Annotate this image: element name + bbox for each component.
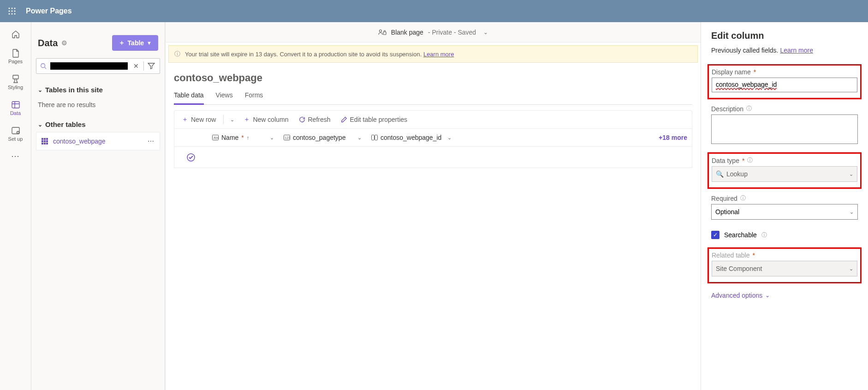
gear-icon[interactable]: ⚙ xyxy=(61,39,67,47)
svg-rect-16 xyxy=(46,138,48,140)
svg-text:Abc: Abc xyxy=(214,136,219,139)
chevron-down-icon: ⌄ xyxy=(270,135,274,141)
info-icon: ⓘ xyxy=(740,194,746,202)
svg-rect-24 xyxy=(383,32,386,35)
refresh-button[interactable]: Refresh xyxy=(295,114,334,125)
plus-icon: ＋ xyxy=(182,115,188,124)
svg-rect-21 xyxy=(44,143,46,144)
highlight-display-name: Display name * contoso_webpage_id xyxy=(707,64,862,99)
section-title: Other tables xyxy=(45,120,86,128)
panel-subtitle: Previously called fields. xyxy=(711,47,780,54)
description-input[interactable] xyxy=(711,114,858,144)
chevron-down-icon: ⌄ xyxy=(849,171,853,177)
svg-point-2 xyxy=(14,8,16,9)
searchable-checkbox[interactable]: ✓ xyxy=(711,231,719,239)
lookup-type-icon xyxy=(371,135,378,140)
tab-table-data[interactable]: Table data xyxy=(174,87,204,104)
table-tabs: Table data Views Forms xyxy=(174,87,692,105)
svg-text:123: 123 xyxy=(285,136,291,139)
rail-item-setup[interactable]: Set up xyxy=(0,121,31,147)
section-other-tables[interactable]: ⌄ Other tables xyxy=(36,117,160,132)
new-row-button[interactable]: ＋New row xyxy=(178,114,220,126)
panel-title: Edit column xyxy=(711,30,858,41)
advanced-options-toggle[interactable]: Advanced options ⌄ xyxy=(711,292,858,299)
plus-icon: ＋ xyxy=(244,115,250,124)
banner-text: Your trial site will expire in 13 days. … xyxy=(185,51,423,58)
page-bar[interactable]: Blank page - Private - Saved ⌄ xyxy=(166,22,701,42)
table-name: contoso_webpage xyxy=(53,138,106,145)
banner-learn-more-link[interactable]: Learn more xyxy=(423,51,454,58)
clear-search-icon[interactable]: ✕ xyxy=(131,62,142,70)
info-icon: ⓘ xyxy=(746,105,752,113)
home-icon[interactable] xyxy=(0,25,31,43)
app-launcher-icon[interactable] xyxy=(4,3,20,19)
section-site-tables[interactable]: ⌄ Tables in this site xyxy=(36,82,160,97)
page-status: - Private - Saved xyxy=(428,29,476,36)
command-bar: ＋New row ⌄ ＋New column Refresh Edit tabl… xyxy=(174,110,692,128)
required-label: Required ⓘ xyxy=(711,194,858,202)
rail-more-icon[interactable]: ⋯ xyxy=(0,147,31,165)
page-name: Blank page xyxy=(391,29,423,36)
column-header-pagetype[interactable]: 123 contoso_pagetype ⌄ xyxy=(279,129,367,146)
learn-more-link[interactable]: Learn more xyxy=(780,47,813,54)
new-table-button[interactable]: ＋ Table ▼ xyxy=(112,35,158,51)
left-rail: Pages Styling Data Set up ⋯ xyxy=(0,22,31,390)
section-title: Tables in this site xyxy=(45,86,103,94)
brush-icon xyxy=(11,74,20,84)
svg-rect-17 xyxy=(42,140,43,142)
table-list-item[interactable]: contoso_webpage ⋯ xyxy=(36,132,160,150)
svg-point-0 xyxy=(9,8,10,9)
info-icon: ⓘ xyxy=(747,156,753,164)
svg-rect-15 xyxy=(44,138,46,140)
cmd-label: Refresh xyxy=(308,116,331,123)
svg-point-3 xyxy=(9,11,10,12)
col-label: contoso_pagetype xyxy=(293,134,345,141)
tab-forms[interactable]: Forms xyxy=(245,87,263,104)
new-column-button[interactable]: ＋New column xyxy=(240,114,292,126)
side-panel-title: Data xyxy=(38,38,58,48)
main-area: Blank page - Private - Saved ⌄ ⓘ Your tr… xyxy=(165,22,701,390)
edit-props-button[interactable]: Edit table properties xyxy=(337,114,411,125)
required-select[interactable]: Optional ⌄ xyxy=(711,204,858,220)
top-bar: Power Pages xyxy=(0,0,868,22)
table-more-icon[interactable]: ⋯ xyxy=(148,138,155,145)
plus-icon: ＋ xyxy=(119,39,125,47)
data-type-label: Data type * ⓘ xyxy=(712,156,857,164)
rail-item-pages[interactable]: Pages xyxy=(0,43,31,69)
highlight-related-table: Related table * Site Component ⌄ xyxy=(707,247,862,283)
column-header-webpage[interactable]: contoso_webpage_id ⌄ xyxy=(367,129,457,146)
chevron-down-icon: ⌄ xyxy=(447,135,452,141)
svg-rect-10 xyxy=(12,102,19,108)
more-columns-button[interactable]: +18 more xyxy=(659,129,692,146)
page-privacy-icon xyxy=(378,29,386,36)
check-icon xyxy=(187,153,195,162)
svg-rect-11 xyxy=(12,127,19,134)
svg-point-8 xyxy=(14,13,16,15)
searchable-label: Searchable xyxy=(724,231,757,239)
rail-item-data[interactable]: Data xyxy=(0,95,31,121)
search-input[interactable] xyxy=(50,62,128,70)
data-row[interactable] xyxy=(174,147,692,168)
chevron-down-icon: ⌄ xyxy=(357,135,362,141)
no-results-text: There are no results xyxy=(36,97,160,117)
rail-label: Data xyxy=(10,110,21,116)
search-input-container: ✕ xyxy=(36,58,160,74)
rail-label: Set up xyxy=(8,136,23,142)
trial-banner: ⓘ Your trial site will expire in 13 days… xyxy=(168,45,698,63)
text-type-icon: Abc xyxy=(212,135,219,140)
chevron-down-icon: ⌄ xyxy=(849,266,853,272)
column-header-name[interactable]: Abc Name* ↑ ⌄ xyxy=(208,129,279,146)
edit-column-panel: Edit column Previously called fields. Le… xyxy=(701,22,868,390)
rail-item-styling[interactable]: Styling xyxy=(0,69,31,95)
new-row-split-button[interactable]: ⌄ xyxy=(227,115,237,125)
filter-icon[interactable] xyxy=(146,63,157,69)
tab-views[interactable]: Views xyxy=(216,87,233,104)
edit-icon xyxy=(341,116,347,123)
svg-rect-29 xyxy=(372,135,375,140)
highlight-data-type: Data type * ⓘ 🔍Lookup ⌄ xyxy=(707,152,862,189)
svg-rect-30 xyxy=(375,135,378,140)
display-name-input[interactable]: contoso_webpage_id xyxy=(712,78,857,92)
svg-rect-20 xyxy=(42,143,43,144)
chevron-down-icon: ⌄ xyxy=(38,87,42,93)
col-label: Name xyxy=(221,134,238,141)
